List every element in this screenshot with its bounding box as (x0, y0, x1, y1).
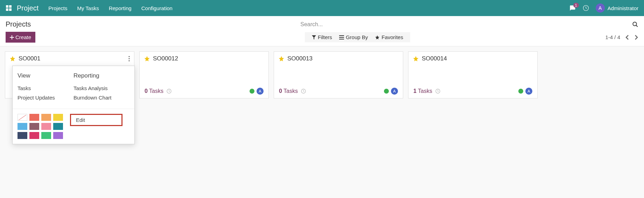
activity-clock-icon[interactable] (582, 5, 589, 12)
user-menu[interactable]: A Administrator (596, 3, 638, 13)
project-card[interactable]: SO000120 TasksA (139, 51, 269, 98)
project-card[interactable]: SO0001ViewTasksProject UpdatesReportingT… (5, 51, 134, 98)
svg-point-13 (128, 58, 130, 59)
assignee-avatar[interactable]: A (257, 88, 264, 95)
nav-link-reporting[interactable]: Reporting (109, 5, 132, 11)
edit-button[interactable]: Edit (70, 114, 122, 126)
nav-link-mytasks[interactable]: My Tasks (77, 5, 99, 11)
svg-rect-8 (10, 37, 14, 38)
status-dot[interactable] (384, 89, 389, 94)
tasks-link[interactable]: 0 Tasks (145, 88, 163, 94)
search-input[interactable] (300, 21, 632, 28)
navbar: Project Projects My Tasks Reporting Conf… (0, 0, 644, 16)
avatar: A (596, 3, 605, 13)
apps-icon[interactable] (6, 5, 12, 11)
svg-point-5 (633, 22, 637, 26)
color-swatch[interactable] (41, 132, 51, 139)
star-icon (375, 35, 380, 40)
assignee-avatar[interactable]: A (391, 88, 398, 95)
username-label: Administrator (608, 5, 638, 11)
color-swatch[interactable] (18, 132, 27, 139)
tasks-link[interactable]: 0 Tasks (279, 88, 298, 94)
project-card[interactable]: SO000130 TasksA (274, 51, 403, 98)
messages-icon[interactable]: 1 (569, 5, 576, 11)
plus-icon (10, 35, 14, 39)
svg-rect-11 (339, 39, 344, 39)
messages-badge: 1 (573, 3, 579, 8)
filters-label: Filters (318, 34, 332, 40)
page-title: Projects (6, 20, 31, 28)
dropdown-item[interactable]: Tasks (18, 83, 74, 93)
dropdown-view-heading: View (18, 72, 74, 79)
pager-text: 1-4 / 4 (605, 34, 620, 40)
star-icon[interactable] (9, 56, 16, 62)
color-swatch[interactable] (29, 132, 39, 139)
status-dot[interactable] (518, 89, 523, 94)
nav-link-projects[interactable]: Projects (48, 5, 67, 11)
project-name: SO00012 (153, 55, 178, 62)
nav-link-configuration[interactable]: Configuration (141, 5, 173, 11)
create-button-label: Create (15, 34, 31, 40)
tasks-link[interactable]: 1 Tasks (413, 88, 432, 94)
pager-next[interactable] (634, 35, 638, 40)
svg-point-14 (128, 60, 130, 61)
kanban-view: SO0001ViewTasksProject UpdatesReportingT… (0, 46, 644, 103)
color-swatch[interactable] (29, 114, 39, 121)
project-name: SO00014 (422, 55, 447, 62)
svg-rect-1 (9, 5, 12, 8)
svg-line-6 (636, 25, 638, 27)
clock-icon[interactable] (166, 88, 172, 94)
clock-icon[interactable] (435, 88, 441, 94)
pager: 1-4 / 4 (605, 34, 638, 40)
favorites-button[interactable]: Favorites (371, 34, 407, 40)
color-swatch[interactable] (18, 123, 27, 130)
groupby-label: Group By (346, 34, 368, 40)
star-icon[interactable] (413, 56, 419, 62)
control-panel: Projects Create Filters Group By Favorit (0, 16, 644, 46)
pager-prev[interactable] (625, 35, 629, 40)
color-swatch[interactable] (18, 114, 27, 121)
color-swatch[interactable] (53, 132, 63, 139)
dropdown-reporting-heading: Reporting (74, 72, 130, 79)
status-dot[interactable] (250, 89, 254, 94)
svg-point-12 (128, 56, 130, 57)
star-icon[interactable] (278, 56, 285, 62)
color-swatch[interactable] (53, 123, 63, 130)
filter-icon (312, 35, 316, 39)
search-tools: Filters Group By Favorites (305, 32, 410, 42)
filters-button[interactable]: Filters (308, 34, 336, 40)
star-icon[interactable] (144, 56, 150, 62)
card-dropdown: ViewTasksProject UpdatesReportingTasks A… (12, 66, 135, 144)
svg-rect-2 (6, 8, 8, 11)
color-swatch[interactable] (53, 114, 63, 121)
assignee-avatar[interactable]: A (525, 88, 532, 95)
color-swatch[interactable] (41, 114, 51, 121)
dropdown-item[interactable]: Tasks Analysis (74, 83, 130, 93)
list-icon (339, 35, 344, 39)
project-name: SO0001 (19, 55, 40, 62)
groupby-button[interactable]: Group By (336, 34, 371, 40)
svg-rect-10 (339, 37, 344, 38)
search-icon[interactable] (632, 21, 638, 28)
project-card[interactable]: SO000141 TasksA (408, 51, 538, 98)
svg-rect-9 (339, 35, 344, 36)
svg-rect-3 (9, 8, 12, 11)
project-name: SO00013 (287, 55, 313, 62)
create-button[interactable]: Create (6, 32, 35, 43)
app-brand[interactable]: Project (17, 4, 38, 12)
card-menu-icon[interactable] (128, 56, 130, 61)
svg-rect-0 (6, 5, 8, 8)
color-swatch[interactable] (29, 123, 39, 130)
clock-icon[interactable] (301, 88, 306, 94)
dropdown-item[interactable]: Project Updates (18, 93, 74, 102)
dropdown-item[interactable]: Burndown Chart (74, 93, 130, 102)
favorites-label: Favorites (382, 34, 403, 40)
color-swatch[interactable] (41, 123, 51, 130)
